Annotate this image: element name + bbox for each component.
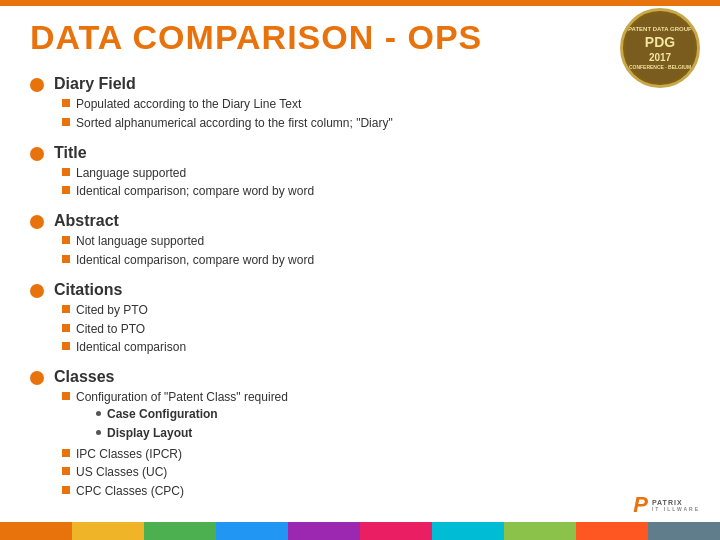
citations-content: Citations Cited by PTO Cited to PTO Iden… bbox=[54, 281, 690, 358]
bar-seg-10 bbox=[648, 522, 720, 540]
title-bullet bbox=[30, 147, 44, 161]
patrix-logo: P PATRIX IT ILLWARE bbox=[633, 492, 700, 518]
list-item: Language supported bbox=[62, 165, 690, 182]
patrix-p-letter: P bbox=[633, 492, 648, 518]
classes-bullet bbox=[30, 371, 44, 385]
list-item: Populated according to the Diary Line Te… bbox=[62, 96, 690, 113]
bar-seg-3 bbox=[144, 522, 216, 540]
list-item: Case Configuration bbox=[96, 406, 288, 423]
list-item: US Classes (UC) bbox=[62, 464, 690, 481]
list-item: Configuration of "Patent Class" required… bbox=[62, 389, 690, 443]
sub-bullet bbox=[62, 449, 70, 457]
sub-bullet bbox=[62, 236, 70, 244]
bar-seg-5 bbox=[288, 522, 360, 540]
content: Diary Field Populated according to the D… bbox=[30, 75, 690, 510]
sub-bullet bbox=[62, 255, 70, 263]
diary-subitems: Populated according to the Diary Line Te… bbox=[54, 96, 690, 132]
diary-content: Diary Field Populated according to the D… bbox=[54, 75, 690, 134]
bar-seg-1 bbox=[0, 522, 72, 540]
list-item: Identical comparison, compare word by wo… bbox=[62, 252, 690, 269]
top-bar bbox=[0, 0, 720, 6]
citations-subitems: Cited by PTO Cited to PTO Identical comp… bbox=[54, 302, 690, 356]
sub-bullet bbox=[62, 467, 70, 475]
abstract-content: Abstract Not language supported Identica… bbox=[54, 212, 690, 271]
sub-bullet bbox=[62, 324, 70, 332]
dot-bullet bbox=[96, 430, 101, 435]
sub-bullet bbox=[62, 168, 70, 176]
sub-bullet bbox=[62, 342, 70, 350]
list-item: Cited to PTO bbox=[62, 321, 690, 338]
bar-seg-7 bbox=[432, 522, 504, 540]
classes-subitems: Configuration of "Patent Class" required… bbox=[54, 389, 690, 500]
list-item: CPC Classes (CPC) bbox=[62, 483, 690, 500]
bar-seg-6 bbox=[360, 522, 432, 540]
patrix-text: PATRIX IT ILLWARE bbox=[652, 499, 700, 512]
citations-heading: Citations bbox=[54, 281, 690, 299]
list-item: Identical comparison bbox=[62, 339, 690, 356]
abstract-heading: Abstract bbox=[54, 212, 690, 230]
badge-pdg: PDG bbox=[645, 33, 675, 51]
sub-bullet bbox=[62, 392, 70, 400]
sub-bullet bbox=[62, 118, 70, 126]
bottom-bar bbox=[0, 522, 720, 540]
list-item: Sorted alphanumerical according to the f… bbox=[62, 115, 690, 132]
section-diary: Diary Field Populated according to the D… bbox=[30, 75, 690, 134]
sub-bullet bbox=[62, 305, 70, 313]
list-item: IPC Classes (IPCR) bbox=[62, 446, 690, 463]
title-subitems: Language supported Identical comparison;… bbox=[54, 165, 690, 201]
section-citations: Citations Cited by PTO Cited to PTO Iden… bbox=[30, 281, 690, 358]
abstract-bullet bbox=[30, 215, 44, 229]
section-title: Title Language supported Identical compa… bbox=[30, 144, 690, 203]
list-item: Display Layout bbox=[96, 425, 288, 442]
sub-bullet bbox=[62, 486, 70, 494]
title-heading: Title bbox=[54, 144, 690, 162]
list-item: Not language supported bbox=[62, 233, 690, 250]
bar-seg-2 bbox=[72, 522, 144, 540]
classes-heading: Classes bbox=[54, 368, 690, 386]
title-content: Title Language supported Identical compa… bbox=[54, 144, 690, 203]
slide-title: DATA COMPARISON - OPS bbox=[30, 18, 482, 57]
slide: DATA COMPARISON - OPS PATENT DATA GROUP … bbox=[0, 0, 720, 540]
sub-bullet bbox=[62, 186, 70, 194]
citations-bullet bbox=[30, 284, 44, 298]
list-item: Identical comparison; compare word by wo… bbox=[62, 183, 690, 200]
patrix-sub: IT ILLWARE bbox=[652, 506, 700, 512]
diary-title: Diary Field bbox=[54, 75, 690, 93]
bar-seg-4 bbox=[216, 522, 288, 540]
section-classes: Classes Configuration of "Patent Class" … bbox=[30, 368, 690, 502]
dot-bullet bbox=[96, 411, 101, 416]
bar-seg-8 bbox=[504, 522, 576, 540]
badge-inner: PATENT DATA GROUP PDG 2017 CONFERENCE · … bbox=[625, 13, 695, 83]
diary-bullet bbox=[30, 78, 44, 92]
list-item: Cited by PTO bbox=[62, 302, 690, 319]
sub-bullet bbox=[62, 99, 70, 107]
classes-sub-subitems: Case Configuration Display Layout bbox=[76, 406, 288, 442]
patrix-brand: PATRIX bbox=[652, 499, 700, 506]
classes-content: Classes Configuration of "Patent Class" … bbox=[54, 368, 690, 502]
badge-year: 2017 bbox=[649, 51, 671, 64]
section-abstract: Abstract Not language supported Identica… bbox=[30, 212, 690, 271]
abstract-subitems: Not language supported Identical compari… bbox=[54, 233, 690, 269]
bar-seg-9 bbox=[576, 522, 648, 540]
